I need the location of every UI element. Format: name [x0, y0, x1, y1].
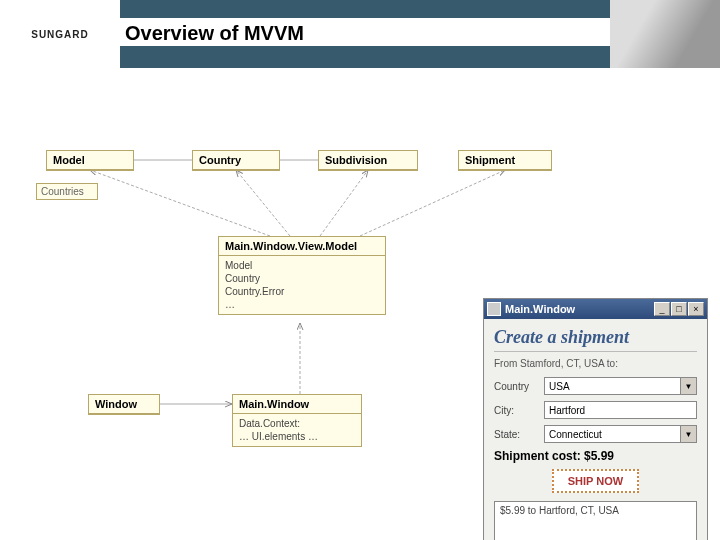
city-row: City: — [494, 401, 697, 419]
country-value: USA — [549, 381, 570, 392]
header-photo-right — [610, 0, 720, 68]
country-row: Country USA ▼ — [494, 377, 697, 395]
country-dropdown[interactable]: USA ▼ — [544, 377, 697, 395]
result-list[interactable]: $5.99 to Hartford, CT, USA — [494, 501, 697, 540]
uml-viewmodel: Main.Window.View.Model Model Country Cou… — [218, 236, 386, 315]
app-heading: Create a shipment — [494, 327, 697, 352]
uml-viewmodel-line: Model — [225, 259, 379, 272]
ship-now-button[interactable]: SHIP NOW — [552, 469, 639, 493]
uml-viewmodel-line: … — [225, 298, 379, 311]
uml-viewmodel-line: Country — [225, 272, 379, 285]
uml-viewmodel-line: Country.Error — [225, 285, 379, 298]
maximize-button[interactable]: □ — [671, 302, 687, 316]
chevron-down-icon: ▼ — [680, 378, 696, 394]
brand-logo-area: SUNGARD — [0, 0, 120, 68]
state-label: State: — [494, 429, 538, 440]
country-label: Country — [494, 381, 538, 392]
cost-label: Shipment cost: $5.99 — [494, 449, 697, 463]
brand-logo: SUNGARD — [31, 29, 89, 40]
svg-line-1 — [236, 170, 290, 236]
uml-country-title: Country — [193, 151, 279, 170]
uml-model-field: Countries — [36, 183, 98, 200]
uml-window: Window — [88, 394, 160, 415]
window-title: Main.Window — [505, 303, 654, 315]
uml-mainwindow-line: … UI.elements … — [239, 430, 355, 443]
app-titlebar[interactable]: Main.Window _ □ × — [484, 299, 707, 319]
uml-mainwindow-line: Data.Context: — [239, 417, 355, 430]
svg-line-3 — [360, 170, 505, 236]
chevron-down-icon: ▼ — [680, 426, 696, 442]
uml-model-title: Model — [47, 151, 133, 170]
app-body: Create a shipment From Stamford, CT, USA… — [484, 319, 707, 540]
uml-subdivision: Subdivision — [318, 150, 418, 171]
sample-app-window: Main.Window _ □ × Create a shipment From… — [483, 298, 708, 540]
svg-line-2 — [320, 170, 368, 236]
city-input[interactable] — [544, 401, 697, 419]
uml-viewmodel-body: Model Country Country.Error … — [219, 256, 385, 314]
slide-title-text: Overview of MVVM — [125, 22, 304, 45]
close-button[interactable]: × — [688, 302, 704, 316]
uml-shipment-title: Shipment — [459, 151, 551, 170]
uml-mainwindow: Main.Window Data.Context: … UI.elements … — [232, 394, 362, 447]
city-label: City: — [494, 405, 538, 416]
uml-model: Model — [46, 150, 134, 171]
uml-mainwindow-body: Data.Context: … UI.elements … — [233, 414, 361, 446]
window-icon — [487, 302, 501, 316]
state-value: Connecticut — [549, 429, 602, 440]
slide-header: SUNGARD Overview of MVVM Overview of MVV… — [0, 0, 720, 68]
uml-mainwindow-title: Main.Window — [233, 395, 361, 414]
uml-viewmodel-title: Main.Window.View.Model — [219, 237, 385, 256]
uml-shipment: Shipment — [458, 150, 552, 171]
from-text: From Stamford, CT, USA to: — [494, 358, 697, 369]
minimize-button[interactable]: _ — [654, 302, 670, 316]
state-row: State: Connecticut ▼ — [494, 425, 697, 443]
uml-window-title: Window — [89, 395, 159, 414]
result-item: $5.99 to Hartford, CT, USA — [500, 505, 691, 516]
state-dropdown[interactable]: Connecticut ▼ — [544, 425, 697, 443]
uml-subdivision-title: Subdivision — [319, 151, 417, 170]
uml-country: Country — [192, 150, 280, 171]
mvvm-diagram: Model Countries Country Subdivision Ship… — [0, 68, 720, 540]
svg-line-0 — [90, 170, 270, 236]
